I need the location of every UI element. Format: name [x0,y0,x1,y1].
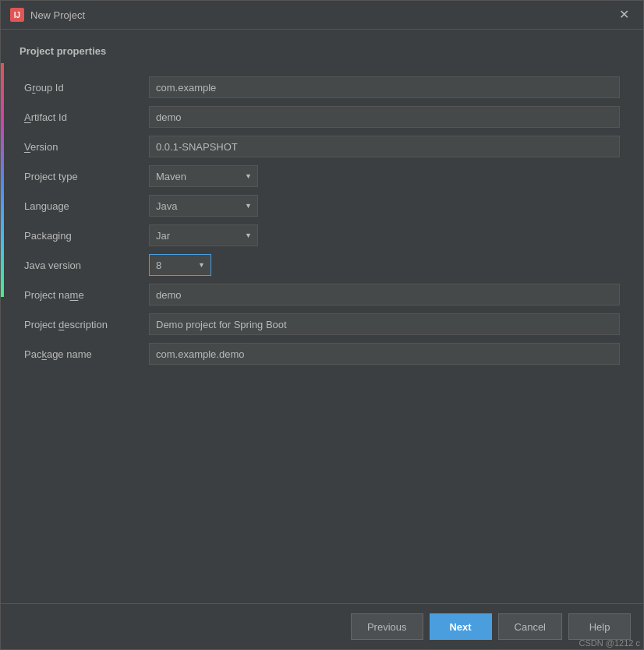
version-label: Version [19,132,144,161]
title-bar-left: IJ New Project [10,8,85,22]
group-id-cell [144,72,625,102]
previous-button[interactable]: Previous [351,613,423,640]
project-name-label: Project name [19,280,144,309]
project-description-cell [144,309,625,339]
project-type-wrapper: Maven Gradle [149,165,258,187]
field-row-project-name: Project name [19,280,625,309]
packaging-select[interactable]: Jar War [149,224,258,246]
field-row-artifact-id: Artifact Id [19,102,625,132]
project-type-select[interactable]: Maven Gradle [149,165,258,187]
project-name-input[interactable] [149,284,620,306]
project-type-label: Project type [19,161,144,191]
packaging-wrapper: Jar War [149,224,258,246]
packaging-label: Packaging [19,221,144,250]
section-title: Project properties [19,45,625,57]
group-id-input[interactable] [149,76,620,98]
dialog-title: New Project [30,9,85,21]
project-type-cell: Maven Gradle [144,161,625,191]
package-name-label: Package name [19,339,144,369]
cancel-button[interactable]: Cancel [498,613,562,640]
package-name-input[interactable] [149,343,620,365]
field-row-packaging: Packaging Jar War [19,221,625,250]
language-select[interactable]: Java Kotlin Groovy [149,195,258,217]
language-label: Language [19,191,144,221]
watermark: CSDN @1212 c [576,637,643,649]
field-row-package-name: Package name [19,339,625,369]
java-version-wrapper: 8 11 17 21 [149,254,211,276]
java-version-label: Java version [19,250,144,280]
next-button[interactable]: Next [430,613,492,640]
language-wrapper: Java Kotlin Groovy [149,195,258,217]
project-name-cell [144,280,625,309]
version-cell [144,132,625,161]
field-row-java-version: Java version 8 11 17 21 [19,250,625,280]
title-bar: IJ New Project ✕ [1,1,643,30]
form-table: Group Id Artifact Id [19,72,625,369]
field-row-version: Version [19,132,625,161]
help-button[interactable]: Help [568,613,631,640]
field-row-group-id: Group Id [19,72,625,102]
new-project-dialog: IJ New Project ✕ Project properties Grou… [0,0,644,650]
artifact-id-input[interactable] [149,106,620,128]
field-row-language: Language Java Kotlin Groovy [19,191,625,221]
package-name-cell [144,339,625,369]
packaging-cell: Jar War [144,221,625,250]
field-row-project-description: Project description [19,309,625,339]
project-description-label: Project description [19,309,144,339]
app-icon: IJ [10,8,24,22]
artifact-id-label: Artifact Id [19,102,144,132]
version-input[interactable] [149,136,620,157]
sidebar-accent [1,63,4,297]
project-description-input[interactable] [149,313,620,335]
language-cell: Java Kotlin Groovy [144,191,625,221]
java-version-cell: 8 11 17 21 [144,250,625,280]
java-version-select[interactable]: 8 11 17 21 [149,254,211,276]
footer: Previous Next Cancel Help [1,603,643,649]
content-area: Project properties Group Id Artifact Id [1,30,643,603]
field-row-project-type: Project type Maven Gradle [19,161,625,191]
artifact-id-cell [144,102,625,132]
group-id-label: Group Id [19,72,144,102]
close-button[interactable]: ✕ [614,7,634,23]
